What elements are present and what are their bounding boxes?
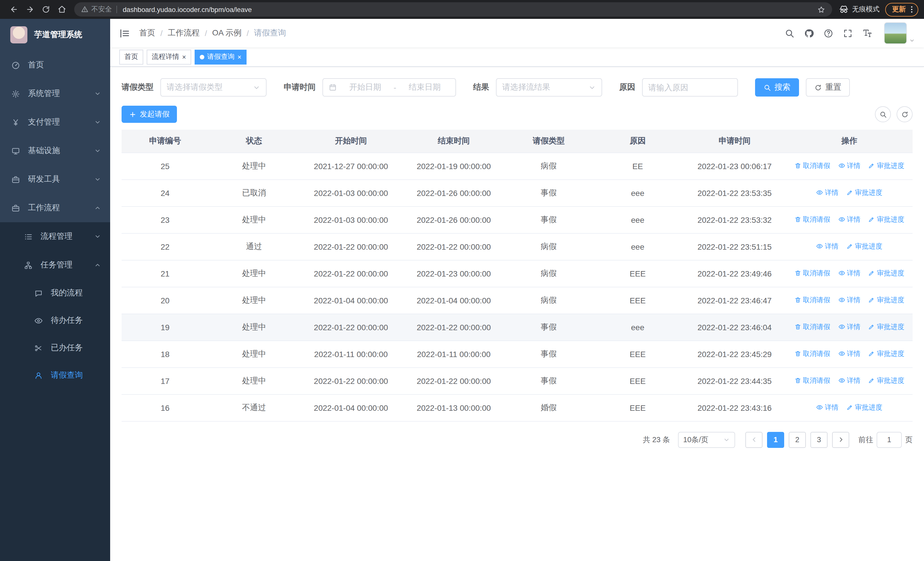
- close-icon[interactable]: ×: [237, 53, 242, 60]
- address-bar[interactable]: 不安全 dashboard.yudao.iocoder.cn/bpm/oa/le…: [74, 2, 832, 17]
- browser-forward-button[interactable]: [22, 2, 38, 17]
- tab-leave-query[interactable]: 请假查询 ×: [195, 50, 246, 64]
- sidebar-item-leave-query[interactable]: 请假查询: [0, 362, 110, 389]
- sidebar-item-my-processes[interactable]: 我的流程: [0, 279, 110, 307]
- refresh-table-button[interactable]: [897, 106, 913, 122]
- breadcrumb-oa-example[interactable]: OA 示例: [212, 28, 242, 38]
- page-button-2[interactable]: 2: [789, 432, 806, 448]
- chevron-down-icon: [723, 436, 730, 443]
- refresh-icon: [901, 111, 908, 118]
- cell-start: 2022-01-04 00:00:00: [300, 287, 402, 314]
- user-menu[interactable]: [884, 22, 915, 44]
- cancel-leave-link[interactable]: 取消请假: [794, 161, 830, 171]
- progress-link[interactable]: 审批进度: [868, 215, 904, 224]
- cell-status: 处理中: [208, 287, 300, 314]
- cancel-leave-link[interactable]: 取消请假: [794, 215, 830, 224]
- cancel-leave-link[interactable]: 取消请假: [794, 322, 830, 332]
- cancel-leave-link[interactable]: 取消请假: [794, 349, 830, 359]
- hamburger-icon[interactable]: [119, 28, 130, 39]
- sidebar-item-workflow[interactable]: 工作流程: [0, 194, 110, 222]
- cell-id: 19: [122, 314, 208, 340]
- toggle-search-button[interactable]: [875, 106, 891, 122]
- col-end-time: 结束时间: [402, 130, 505, 152]
- search-icon[interactable]: [785, 28, 795, 38]
- sidebar-item-devtools[interactable]: 研发工具: [0, 165, 110, 194]
- detail-link[interactable]: 详情: [816, 188, 838, 198]
- leave-type-select[interactable]: 请选择请假类型: [160, 78, 267, 96]
- detail-link[interactable]: 详情: [838, 322, 860, 332]
- security-warning-icon[interactable]: [81, 6, 88, 13]
- progress-link[interactable]: 审批进度: [868, 376, 904, 386]
- date-range-picker[interactable]: 开始日期 - 结束日期: [322, 78, 456, 96]
- page-button-3[interactable]: 3: [810, 432, 828, 448]
- sidebar-item-infrastructure[interactable]: 基础设施: [0, 137, 110, 165]
- cell-type: 事假: [505, 314, 592, 340]
- detail-link[interactable]: 详情: [838, 161, 860, 171]
- help-icon[interactable]: [824, 28, 833, 38]
- detail-link[interactable]: 详情: [816, 242, 838, 251]
- cancel-leave-link[interactable]: 取消请假: [794, 269, 830, 278]
- sidebar-item-process-management[interactable]: 流程管理: [0, 222, 110, 251]
- progress-link[interactable]: 审批进度: [868, 269, 904, 278]
- progress-link[interactable]: 审批进度: [846, 403, 882, 412]
- next-page-button[interactable]: [832, 432, 849, 448]
- apply-time-label: 申请时间: [284, 82, 316, 93]
- cell-type: 病假: [505, 152, 592, 179]
- end-date-placeholder: 结束日期: [400, 82, 450, 93]
- search-button[interactable]: 搜索: [755, 78, 799, 96]
- browser-reload-button[interactable]: [38, 2, 54, 17]
- reset-button[interactable]: 重置: [806, 78, 850, 96]
- tab-home[interactable]: 首页: [119, 50, 143, 64]
- detail-link[interactable]: 详情: [838, 215, 860, 224]
- detail-link[interactable]: 详情: [838, 295, 860, 305]
- progress-link[interactable]: 审批进度: [868, 161, 904, 171]
- page-size-select[interactable]: 10条/页: [678, 432, 735, 448]
- sidebar-item-todo-tasks[interactable]: 待办任务: [0, 307, 110, 334]
- goto-page-input[interactable]: [877, 432, 902, 448]
- fullscreen-icon[interactable]: [843, 28, 853, 38]
- progress-link[interactable]: 审批进度: [868, 322, 904, 332]
- sidebar-item-system[interactable]: 系统管理: [0, 80, 110, 108]
- browser-toolbar: 不安全 dashboard.yudao.iocoder.cn/bpm/oa/le…: [0, 0, 924, 19]
- cell-type: 事假: [505, 367, 592, 394]
- progress-link[interactable]: 审批进度: [868, 295, 904, 305]
- list-icon: [24, 232, 33, 241]
- progress-link[interactable]: 审批进度: [846, 242, 882, 251]
- detail-link[interactable]: 详情: [838, 376, 860, 386]
- progress-link[interactable]: 审批进度: [868, 349, 904, 359]
- sidebar-item-home[interactable]: 首页: [0, 51, 110, 80]
- browser-home-button[interactable]: [54, 2, 70, 17]
- create-leave-button[interactable]: 发起请假: [122, 106, 177, 123]
- bookmark-star-icon[interactable]: [817, 5, 825, 14]
- table-row: 23 处理中 2022-01-03 00:00:00 2022-01-26 00…: [122, 206, 913, 233]
- result-select[interactable]: 请选择流结果: [496, 78, 602, 96]
- cell-reason: EE: [592, 152, 683, 179]
- sidebar-item-done-tasks[interactable]: 已办任务: [0, 334, 110, 362]
- eye-icon: [838, 297, 845, 304]
- chevron-left-icon: [750, 436, 758, 443]
- sidebar-item-payment[interactable]: 支付管理: [0, 108, 110, 137]
- page-button-1[interactable]: 1: [767, 432, 784, 448]
- progress-link[interactable]: 审批进度: [846, 188, 882, 198]
- avatar[interactable]: [884, 22, 907, 44]
- browser-menu-icon[interactable]: [908, 5, 916, 14]
- browser-back-button[interactable]: [6, 2, 22, 17]
- detail-link[interactable]: 详情: [816, 403, 838, 412]
- cancel-leave-link[interactable]: 取消请假: [794, 295, 830, 305]
- tab-process-detail[interactable]: 流程详情 ×: [147, 50, 191, 64]
- cell-start: 2022-01-22 00:00:00: [300, 260, 402, 287]
- breadcrumb-home[interactable]: 首页: [139, 28, 155, 38]
- browser-update-menu[interactable]: 更新: [885, 3, 918, 16]
- close-icon[interactable]: ×: [182, 53, 186, 60]
- eye-icon: [34, 316, 43, 325]
- font-size-icon[interactable]: [862, 28, 872, 38]
- detail-link[interactable]: 详情: [838, 269, 860, 278]
- prev-page-button[interactable]: [746, 432, 762, 448]
- detail-link[interactable]: 详情: [838, 349, 860, 359]
- sidebar-item-task-management[interactable]: 任务管理: [0, 251, 110, 279]
- cancel-leave-link[interactable]: 取消请假: [794, 376, 830, 386]
- dashboard-icon: [11, 61, 20, 69]
- reason-input[interactable]: [648, 83, 732, 92]
- breadcrumb-workflow[interactable]: 工作流程: [168, 28, 200, 38]
- github-icon[interactable]: [804, 28, 814, 38]
